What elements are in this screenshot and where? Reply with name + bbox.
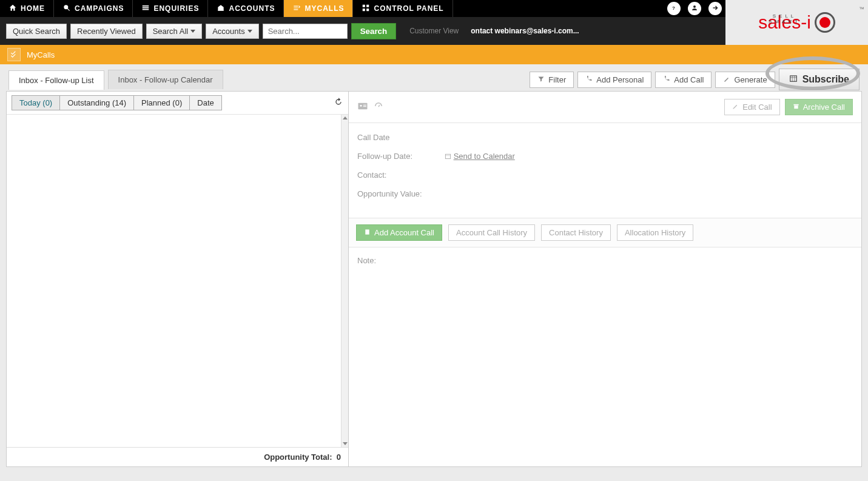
followup-date-label: Follow-up Date: <box>357 152 442 161</box>
svg-rect-11 <box>790 76 796 81</box>
tab-followup-calendar[interactable]: Inbox - Follow-up Calendar <box>108 70 223 89</box>
svg-rect-2 <box>143 7 149 8</box>
account-call-history-label: Account Call History <box>456 228 527 237</box>
control-panel-icon <box>362 4 370 14</box>
quick-search-button[interactable]: Quick Search <box>6 24 67 39</box>
svg-text:?: ? <box>672 5 675 11</box>
add-call-label: Add Call <box>674 75 704 84</box>
nav-accounts-label: ACCOUNTS <box>229 4 275 13</box>
add-account-call-label: Add Account Call <box>374 228 434 237</box>
nav-home-label: HOME <box>21 4 45 13</box>
brand-logo: sales-i SELL SMART ™ <box>725 0 868 45</box>
svg-rect-16 <box>793 104 798 106</box>
subscribe-label: Subscribe <box>802 74 849 85</box>
user-button[interactable] <box>688 2 701 15</box>
subscribe-button[interactable]: Subscribe <box>779 69 860 90</box>
svg-rect-5 <box>363 4 365 7</box>
svg-point-10 <box>693 5 696 8</box>
send-to-calendar-link[interactable]: Send to Calendar <box>445 152 515 161</box>
edit-call-button[interactable]: Edit Call <box>724 99 779 115</box>
call-list <box>7 115 348 447</box>
svg-rect-17 <box>794 106 798 109</box>
nav-campaigns-label: CAMPAIGNS <box>75 4 124 13</box>
search-all-label: Search All <box>153 27 189 36</box>
accounts-icon <box>217 4 225 14</box>
calendar-grid-icon <box>789 74 798 85</box>
wand-icon <box>723 75 730 84</box>
opp-value-label: Opportunity Value: <box>357 189 422 198</box>
phone-plus-icon <box>585 75 593 84</box>
nav-mycalls[interactable]: MYCALLS <box>284 0 353 17</box>
logo-tm: ™ <box>859 6 864 12</box>
seg-date[interactable]: Date <box>190 95 221 110</box>
accounts-dropdown[interactable]: Accounts <box>206 24 258 39</box>
accounts-dd-label: Accounts <box>212 27 244 36</box>
help-icon: ? <box>670 4 678 13</box>
nav-control-panel[interactable]: CONTROL PANEL <box>353 0 453 17</box>
svg-rect-6 <box>367 4 369 7</box>
contact-history-button[interactable]: Contact History <box>541 224 611 241</box>
pencil-icon <box>732 103 739 112</box>
svg-rect-7 <box>363 8 365 11</box>
seg-planned[interactable]: Planned (0) <box>134 95 190 110</box>
seg-today[interactable]: Today (0) <box>12 95 60 110</box>
page-title: MyCalls <box>27 50 55 59</box>
caret-down-icon <box>247 30 252 33</box>
filter-button[interactable]: Filter <box>530 72 574 88</box>
svg-rect-3 <box>143 8 149 10</box>
add-account-call-button[interactable]: Add Account Call <box>356 224 442 241</box>
phone-icon <box>663 75 670 84</box>
add-personal-label: Add Personal <box>596 75 644 84</box>
note-label: Note: <box>357 256 376 265</box>
tab-followup-list[interactable]: Inbox - Follow-up List <box>8 70 104 90</box>
archive-call-button[interactable]: Archive Call <box>785 99 853 115</box>
filter-label: Filter <box>548 75 566 84</box>
archive-call-label: Archive Call <box>803 103 845 112</box>
logout-button[interactable] <box>708 2 722 15</box>
enquiries-icon <box>141 4 150 14</box>
nav-enquiries-label: ENQUIRIES <box>153 4 199 13</box>
home-icon <box>8 4 17 14</box>
nav-enquiries[interactable]: ENQUIRIES <box>133 0 208 17</box>
opp-total-label: Opportunity Total: <box>264 452 332 462</box>
search-input[interactable] <box>263 24 348 39</box>
campaigns-icon <box>62 4 71 14</box>
arrow-right-icon <box>712 4 719 13</box>
gauge-icon <box>373 101 384 113</box>
segment-control: Today (0) Outstanding (14) Planned (0) D… <box>12 95 222 110</box>
page-header: MyCalls <box>0 45 868 64</box>
plus-doc-icon <box>364 228 371 237</box>
search-all-dropdown[interactable]: Search All <box>146 24 203 39</box>
filter-icon <box>537 75 545 84</box>
seg-outstanding[interactable]: Outstanding (14) <box>60 95 134 110</box>
contact-card-icon <box>357 101 368 113</box>
quick-search-label: Quick Search <box>13 27 60 36</box>
mycalls-page-icon <box>7 48 21 61</box>
generate-label: Generate <box>734 75 767 84</box>
opp-total-value: 0 <box>337 452 341 462</box>
contact-history-label: Contact History <box>549 228 603 237</box>
allocation-history-label: Allocation History <box>625 228 685 237</box>
caret-down-icon <box>190 30 195 33</box>
call-date-label: Call Date <box>357 133 442 142</box>
svg-rect-4 <box>218 10 224 10</box>
svg-rect-1 <box>143 5 149 6</box>
allocation-history-button[interactable]: Allocation History <box>617 224 693 241</box>
nav-accounts[interactable]: ACCOUNTS <box>208 0 284 17</box>
refresh-button[interactable] <box>334 97 343 109</box>
nav-home[interactable]: HOME <box>0 0 54 17</box>
generate-button[interactable]: Generate <box>715 72 775 88</box>
scrollbar[interactable] <box>341 115 348 447</box>
nav-control-panel-label: CONTROL PANEL <box>374 4 443 13</box>
nav-campaigns[interactable]: CAMPAIGNS <box>54 0 133 17</box>
send-to-calendar-label: Send to Calendar <box>454 152 515 161</box>
add-personal-button[interactable]: Add Personal <box>577 72 651 88</box>
account-call-history-button[interactable]: Account Call History <box>448 224 535 241</box>
user-icon <box>691 4 698 13</box>
recently-viewed-button[interactable]: Recently Viewed <box>70 24 143 39</box>
svg-rect-14 <box>363 105 366 106</box>
search-button[interactable]: Search <box>351 23 396 39</box>
help-button[interactable]: ? <box>667 2 681 15</box>
customer-view-label: Customer View <box>409 27 459 35</box>
add-call-button[interactable]: Add Call <box>655 72 712 88</box>
